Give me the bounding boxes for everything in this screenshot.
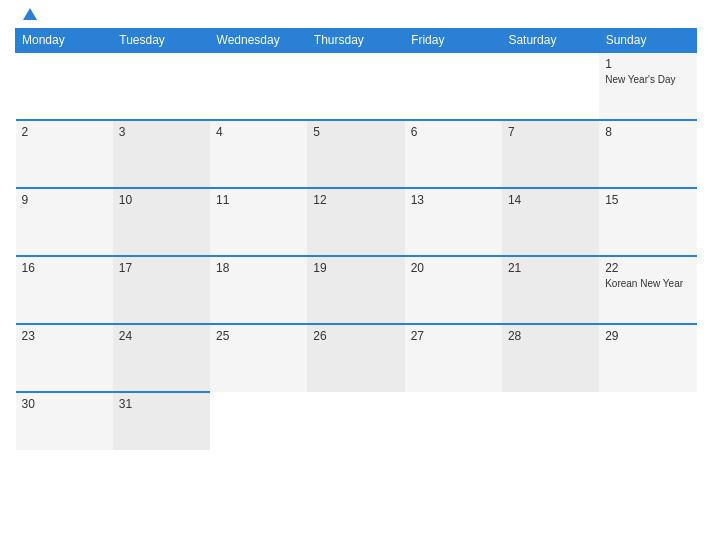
calendar-cell bbox=[210, 392, 307, 450]
logo bbox=[19, 10, 37, 20]
calendar-cell: 31 bbox=[113, 392, 210, 450]
calendar-cell bbox=[405, 392, 502, 450]
calendar-week-row: 23242526272829 bbox=[16, 324, 697, 392]
day-number: 5 bbox=[313, 125, 398, 139]
calendar-cell: 29 bbox=[599, 324, 696, 392]
calendar-cell: 19 bbox=[307, 256, 404, 324]
calendar-cell: 9 bbox=[16, 188, 113, 256]
calendar-cell: 5 bbox=[307, 120, 404, 188]
day-number: 24 bbox=[119, 329, 204, 343]
day-number: 11 bbox=[216, 193, 301, 207]
day-number: 23 bbox=[22, 329, 107, 343]
calendar-cell bbox=[307, 52, 404, 120]
calendar-cell: 12 bbox=[307, 188, 404, 256]
calendar-cell: 15 bbox=[599, 188, 696, 256]
calendar-cell bbox=[502, 52, 599, 120]
calendar-cell: 10 bbox=[113, 188, 210, 256]
calendar-cell: 30 bbox=[16, 392, 113, 450]
calendar-week-row: 1New Year's Day bbox=[16, 52, 697, 120]
calendar-cell: 14 bbox=[502, 188, 599, 256]
calendar-cell bbox=[405, 52, 502, 120]
calendar-cell: 28 bbox=[502, 324, 599, 392]
calendar-cell: 17 bbox=[113, 256, 210, 324]
calendar-week-row: 2345678 bbox=[16, 120, 697, 188]
calendar-container: MondayTuesdayWednesdayThursdayFridaySatu… bbox=[0, 0, 712, 550]
calendar-cell: 24 bbox=[113, 324, 210, 392]
day-number: 10 bbox=[119, 193, 204, 207]
calendar-cell: 2 bbox=[16, 120, 113, 188]
day-number: 31 bbox=[119, 397, 204, 411]
calendar-cell: 13 bbox=[405, 188, 502, 256]
calendar-cell: 7 bbox=[502, 120, 599, 188]
calendar-cell: 23 bbox=[16, 324, 113, 392]
event-label: Korean New Year bbox=[605, 277, 690, 290]
calendar-cell: 25 bbox=[210, 324, 307, 392]
day-number: 19 bbox=[313, 261, 398, 275]
weekday-header-monday: Monday bbox=[16, 29, 113, 53]
calendar-cell bbox=[502, 392, 599, 450]
calendar-cell bbox=[599, 392, 696, 450]
calendar-cell: 6 bbox=[405, 120, 502, 188]
day-number: 15 bbox=[605, 193, 690, 207]
day-number: 18 bbox=[216, 261, 301, 275]
weekday-header-wednesday: Wednesday bbox=[210, 29, 307, 53]
day-number: 9 bbox=[22, 193, 107, 207]
day-number: 29 bbox=[605, 329, 690, 343]
calendar-week-row: 16171819202122Korean New Year bbox=[16, 256, 697, 324]
weekday-header-row: MondayTuesdayWednesdayThursdayFridaySatu… bbox=[16, 29, 697, 53]
calendar-cell: 1New Year's Day bbox=[599, 52, 696, 120]
day-number: 28 bbox=[508, 329, 593, 343]
calendar-cell: 4 bbox=[210, 120, 307, 188]
day-number: 6 bbox=[411, 125, 496, 139]
day-number: 7 bbox=[508, 125, 593, 139]
calendar-cell: 3 bbox=[113, 120, 210, 188]
day-number: 4 bbox=[216, 125, 301, 139]
day-number: 2 bbox=[22, 125, 107, 139]
calendar-cell: 8 bbox=[599, 120, 696, 188]
day-number: 12 bbox=[313, 193, 398, 207]
day-number: 14 bbox=[508, 193, 593, 207]
weekday-header-tuesday: Tuesday bbox=[113, 29, 210, 53]
calendar-cell bbox=[113, 52, 210, 120]
day-number: 26 bbox=[313, 329, 398, 343]
weekday-header-thursday: Thursday bbox=[307, 29, 404, 53]
day-number: 21 bbox=[508, 261, 593, 275]
day-number: 1 bbox=[605, 57, 690, 71]
calendar-cell bbox=[307, 392, 404, 450]
day-number: 3 bbox=[119, 125, 204, 139]
day-number: 13 bbox=[411, 193, 496, 207]
calendar-table: MondayTuesdayWednesdayThursdayFridaySatu… bbox=[15, 28, 697, 450]
day-number: 8 bbox=[605, 125, 690, 139]
day-number: 22 bbox=[605, 261, 690, 275]
calendar-header bbox=[15, 10, 697, 20]
calendar-cell: 16 bbox=[16, 256, 113, 324]
day-number: 25 bbox=[216, 329, 301, 343]
calendar-cell bbox=[16, 52, 113, 120]
weekday-header-friday: Friday bbox=[405, 29, 502, 53]
calendar-week-row: 9101112131415 bbox=[16, 188, 697, 256]
calendar-cell: 27 bbox=[405, 324, 502, 392]
day-number: 20 bbox=[411, 261, 496, 275]
day-number: 16 bbox=[22, 261, 107, 275]
calendar-cell: 21 bbox=[502, 256, 599, 324]
calendar-week-row: 3031 bbox=[16, 392, 697, 450]
event-label: New Year's Day bbox=[605, 73, 690, 86]
calendar-cell: 26 bbox=[307, 324, 404, 392]
weekday-header-saturday: Saturday bbox=[502, 29, 599, 53]
calendar-cell: 22Korean New Year bbox=[599, 256, 696, 324]
logo-triangle-icon bbox=[23, 8, 37, 20]
day-number: 30 bbox=[22, 397, 107, 411]
weekday-header-sunday: Sunday bbox=[599, 29, 696, 53]
calendar-cell: 11 bbox=[210, 188, 307, 256]
day-number: 27 bbox=[411, 329, 496, 343]
calendar-cell bbox=[210, 52, 307, 120]
day-number: 17 bbox=[119, 261, 204, 275]
calendar-cell: 20 bbox=[405, 256, 502, 324]
calendar-cell: 18 bbox=[210, 256, 307, 324]
